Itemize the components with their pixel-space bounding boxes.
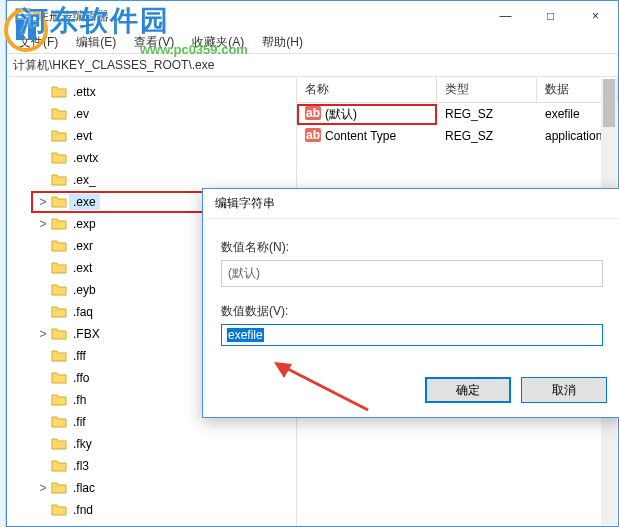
maximize-button[interactable]: □ [528,1,573,31]
tree-item-label: .flac [69,480,99,496]
titlebar: 注册表编辑器 — □ × [7,1,618,31]
value-name-label: 数值名称(N): [221,239,603,256]
tree-item-label: .ext [69,260,96,276]
tree-item-label: .eyb [69,282,100,298]
tree-item[interactable]: .evtx [31,147,296,169]
tree-item[interactable]: .ettx [31,81,296,103]
col-name[interactable]: 名称 [297,77,437,102]
chevron-icon[interactable]: > [37,217,49,231]
menubar: 文件(F) 编辑(E) 查看(V) 收藏夹(A) 帮助(H) [7,31,618,53]
tree-item-label: .fnt [69,524,94,526]
tree-item-label: .exr [69,238,97,254]
edit-string-dialog: 编辑字符串 数值名称(N): (默认) 数值数据(V): exefile 确定 … [202,188,619,418]
address-text: 计算机\HKEY_CLASSES_ROOT\.exe [13,57,214,74]
tree-item-label: .exe [69,194,100,210]
tree-item[interactable]: .fnd [31,499,296,521]
menu-file[interactable]: 文件(F) [11,32,66,53]
value-data-label: 数值数据(V): [221,303,603,320]
chevron-icon[interactable]: > [37,327,49,341]
cell-name: abContent Type [297,126,437,147]
tree-item[interactable]: .fky [31,433,296,455]
tree-item-label: .fif [69,414,90,430]
dialog-titlebar[interactable]: 编辑字符串 [203,189,619,219]
menu-help[interactable]: 帮助(H) [254,32,311,53]
tree-item-label: .fff [69,348,90,364]
cell-name: ab(默认) [297,104,437,125]
tree-item[interactable]: .ev [31,103,296,125]
list-header: 名称 类型 数据 [297,77,618,103]
tree-item-label: .fl3 [69,458,93,474]
address-bar[interactable]: 计算机\HKEY_CLASSES_ROOT\.exe [7,53,618,77]
cell-type: REG_SZ [437,127,537,145]
svg-text:ab: ab [306,128,320,142]
app-icon [15,8,31,24]
string-value-icon: ab [305,106,321,123]
tree-item-label: .fnd [69,502,97,518]
tree-item-label: .ettx [69,84,100,100]
value-name-field[interactable]: (默认) [221,260,603,287]
value-data-input[interactable]: exefile [221,324,603,346]
tree-item-label: .FBX [69,326,104,342]
string-value-icon: ab [305,128,321,145]
menu-edit[interactable]: 编辑(E) [68,32,124,53]
list-row[interactable]: abContent TypeREG_SZapplication/ [297,125,618,147]
tree-item-label: .faq [69,304,97,320]
cancel-button[interactable]: 取消 [521,377,607,403]
tree-item-label: .ev [69,106,93,122]
svg-text:ab: ab [306,106,320,120]
tree-item-label: .ffo [69,370,93,386]
chevron-icon[interactable]: > [37,195,49,209]
minimize-button[interactable]: — [483,1,528,31]
menu-favorites[interactable]: 收藏夹(A) [184,32,252,53]
chevron-icon[interactable]: > [37,481,49,495]
tree-item-label: .evt [69,128,96,144]
svg-rect-2 [18,16,28,18]
tree-item-label: .fh [69,392,90,408]
cell-type: REG_SZ [437,105,537,123]
tree-item[interactable]: .fnt [31,521,296,526]
ok-button[interactable]: 确定 [425,377,511,403]
tree-item[interactable]: >.flac [31,477,296,499]
tree-item[interactable]: .fl3 [31,455,296,477]
col-type[interactable]: 类型 [437,77,537,102]
close-button[interactable]: × [573,1,618,31]
tree-item-label: .evtx [69,150,102,166]
tree-item-label: .ex_ [69,172,100,188]
tree-item[interactable]: .evt [31,125,296,147]
tree-item-label: .exp [69,216,100,232]
svg-rect-1 [18,11,28,14]
list-row[interactable]: ab(默认)REG_SZexefile [297,103,618,125]
window-title: 注册表编辑器 [37,8,483,25]
menu-view[interactable]: 查看(V) [126,32,182,53]
tree-item-label: .fky [69,436,96,452]
dialog-title: 编辑字符串 [215,195,275,212]
scrollbar-thumb[interactable] [603,79,615,127]
